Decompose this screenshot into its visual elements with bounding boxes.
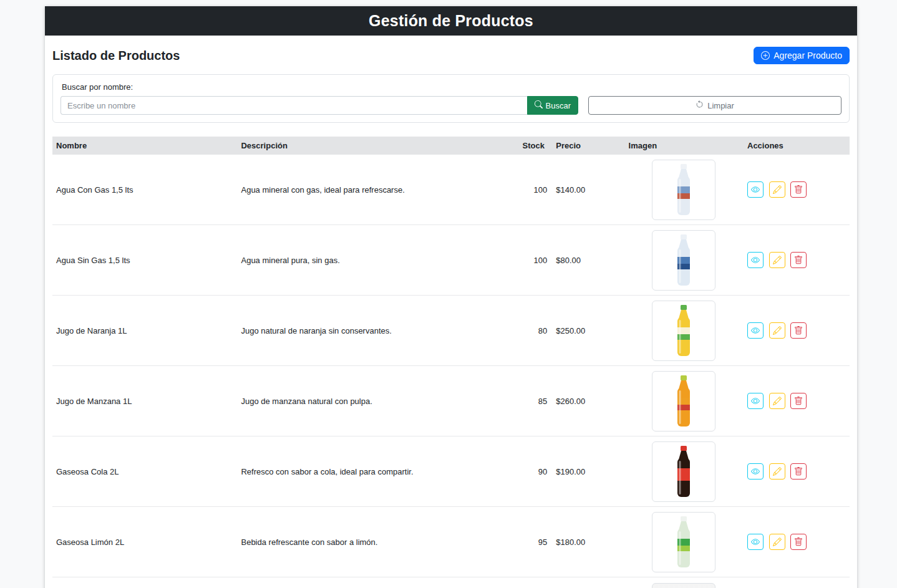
delete-button[interactable] xyxy=(790,181,807,198)
edit-button[interactable] xyxy=(769,181,785,198)
product-table-body: Agua Con Gas 1,5 lts Agua mineral con ga… xyxy=(52,155,850,588)
view-button[interactable] xyxy=(747,181,764,198)
search-button-label: Buscar xyxy=(546,101,571,110)
search-panel: Buscar por nombre: Buscar xyxy=(52,74,850,123)
pencil-icon xyxy=(773,185,782,194)
clear-button[interactable]: Limpiar xyxy=(588,96,841,115)
trash-icon xyxy=(794,326,803,335)
table-row: Agua Con Gas 1,5 lts Agua mineral con ga… xyxy=(52,155,850,225)
product-image xyxy=(652,301,715,361)
delete-button[interactable] xyxy=(790,463,807,480)
column-header-nombre: Nombre xyxy=(52,137,237,155)
view-button[interactable] xyxy=(747,463,764,480)
table-header: Nombre Descripción Stock Precio Imagen A… xyxy=(52,137,850,155)
product-stock: 100 xyxy=(519,155,553,225)
product-name: Agua Sin Gas 1,5 lts xyxy=(52,225,237,296)
edit-button[interactable] xyxy=(769,322,785,339)
page-content: Listado de Productos Agregar Producto Bu… xyxy=(45,36,857,588)
product-name: Agua Con Gas 1,5 lts xyxy=(52,155,237,225)
product-image-partial xyxy=(652,583,715,588)
bottle-image xyxy=(669,234,698,286)
product-stock: 85 xyxy=(519,366,553,436)
bottle-image xyxy=(669,304,698,357)
product-description: Jugo natural de naranja sin conservantes… xyxy=(237,296,518,366)
table-row: Gaseosa Limón 2L Bebida refrescante con … xyxy=(52,507,850,577)
search-button[interactable]: Buscar xyxy=(527,96,578,115)
pencil-icon xyxy=(773,467,782,476)
table-row: Jugo de Naranja 1L Jugo natural de naran… xyxy=(52,296,850,366)
main-card: Gestión de Productos Listado de Producto… xyxy=(45,6,857,588)
product-price: $80.00 xyxy=(552,225,624,296)
product-price: $250.00 xyxy=(552,296,624,366)
edit-button[interactable] xyxy=(769,393,785,409)
bottle-image xyxy=(669,445,698,498)
product-description: Refresco con sabor a cola, ideal para co… xyxy=(237,436,518,507)
delete-button[interactable] xyxy=(790,393,807,409)
add-product-button-label: Agregar Producto xyxy=(773,51,842,60)
search-input[interactable] xyxy=(61,96,527,115)
view-button[interactable] xyxy=(747,534,764,550)
edit-button[interactable] xyxy=(769,463,785,480)
add-product-button[interactable]: Agregar Producto xyxy=(754,47,850,64)
product-price: $260.00 xyxy=(552,366,624,436)
product-description: Agua mineral pura, sin gas. xyxy=(237,225,518,296)
eye-icon xyxy=(751,256,760,264)
pencil-icon xyxy=(773,537,782,546)
clear-button-label: Limpiar xyxy=(707,101,734,110)
table-row: Agua Sin Gas 1,5 lts Agua mineral pura, … xyxy=(52,225,850,296)
product-price: $140.00 xyxy=(552,155,624,225)
trash-icon xyxy=(794,537,803,546)
column-header-precio: Precio xyxy=(552,137,624,155)
delete-button[interactable] xyxy=(790,534,807,550)
product-stock: 95 xyxy=(519,507,553,577)
product-name: Gaseosa Limón 2L xyxy=(52,507,237,577)
product-stock: 100 xyxy=(519,225,553,296)
search-label: Buscar por nombre: xyxy=(62,82,841,92)
eye-icon xyxy=(751,537,760,546)
edit-button[interactable] xyxy=(769,534,785,550)
plus-circle-icon xyxy=(761,51,770,60)
view-button[interactable] xyxy=(747,252,764,268)
delete-button[interactable] xyxy=(790,322,807,339)
trash-icon xyxy=(794,256,803,264)
table-row-partial xyxy=(52,577,850,588)
product-name: Jugo de Naranja 1L xyxy=(52,296,237,366)
search-icon xyxy=(535,100,543,110)
product-image xyxy=(652,371,715,431)
eye-icon xyxy=(751,397,760,405)
product-price: $180.00 xyxy=(552,507,624,577)
counterclockwise-arrow-icon xyxy=(696,100,704,110)
product-image xyxy=(652,512,715,572)
product-stock: 90 xyxy=(519,436,553,507)
bottle-image xyxy=(669,375,698,427)
delete-button[interactable] xyxy=(790,252,807,268)
product-image xyxy=(652,160,715,220)
column-header-stock: Stock xyxy=(519,137,553,155)
product-table: Nombre Descripción Stock Precio Imagen A… xyxy=(52,137,850,588)
product-description: Jugo de manzana natural con pulpa. xyxy=(237,366,518,436)
edit-button[interactable] xyxy=(769,252,785,268)
table-row: Jugo de Manzana 1L Jugo de manzana natur… xyxy=(52,366,850,436)
view-button[interactable] xyxy=(747,322,764,339)
product-price: $190.00 xyxy=(552,436,624,507)
column-header-acciones: Acciones xyxy=(744,137,850,155)
bottle-image xyxy=(669,163,698,216)
product-description: Bebida refrescante con sabor a limón. xyxy=(237,507,518,577)
trash-icon xyxy=(794,467,803,476)
column-header-descripcion: Descripción xyxy=(237,137,518,155)
table-row: Gaseosa Cola 2L Refresco con sabor a col… xyxy=(52,436,850,507)
page-title: Listado de Productos xyxy=(52,49,180,63)
trash-icon xyxy=(794,185,803,194)
product-description: Agua mineral con gas, ideal para refresc… xyxy=(237,155,518,225)
product-stock: 80 xyxy=(519,296,553,366)
column-header-imagen: Imagen xyxy=(625,137,744,155)
app-title: Gestión de Productos xyxy=(369,12,533,30)
product-image xyxy=(652,441,715,502)
pencil-icon xyxy=(773,256,782,264)
product-image xyxy=(652,230,715,291)
search-row: Buscar Limpiar xyxy=(61,96,841,115)
view-button[interactable] xyxy=(747,393,764,409)
trash-icon xyxy=(794,397,803,405)
eye-icon xyxy=(751,326,760,335)
eye-icon xyxy=(751,467,760,476)
